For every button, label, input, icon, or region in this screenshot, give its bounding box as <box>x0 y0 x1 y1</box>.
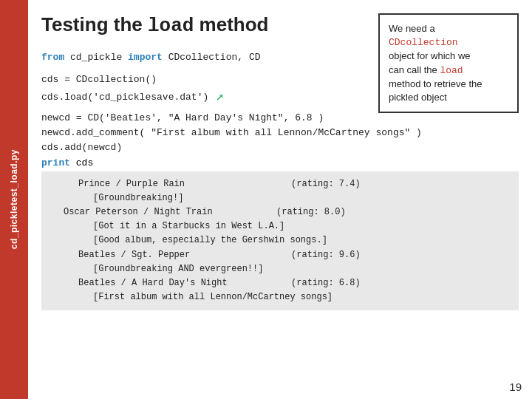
print-text: cds <box>70 157 93 168</box>
import-keyword: import <box>128 52 163 63</box>
callout-line6: pickled object <box>389 92 447 103</box>
callout-box: We need a CDcollection object for which … <box>378 13 519 113</box>
code-block-3: newcd = CD('Beatles', "A Hard Day's Nigh… <box>41 111 519 155</box>
code1-text: cd_pickle <box>64 52 128 63</box>
callout-load-code: load <box>440 65 463 76</box>
output-row: [First album with all Lennon/McCartney s… <box>49 290 511 304</box>
output-row: Beatles / A Hard Day's Night (rating: 6.… <box>49 276 511 290</box>
output-row: [Groundbreaking!] <box>49 191 511 205</box>
output-table: Prince / Purple Rain (rating: 7.4)[Groun… <box>41 171 519 311</box>
output-row: [Good album, especially the Gershwin son… <box>49 233 511 248</box>
print-keyword: print <box>41 157 70 168</box>
sidebar-label: cd_pickletest_load.py <box>9 149 19 249</box>
code3-line1: newcd = CD('Beatles', "A Hard Day's Nigh… <box>41 111 519 126</box>
main-content: Testing the load method We need a CDcoll… <box>28 0 532 399</box>
callout-line1: We need a <box>389 23 435 34</box>
output-row: [Got it in a Starbucks in West L.A.] <box>49 219 511 233</box>
title-code: load <box>148 15 194 37</box>
callout-line5: method to retrieve the <box>389 78 482 89</box>
arrow-icon: ↗ <box>216 87 224 108</box>
page-number: 19 <box>509 381 522 393</box>
callout-line3: object for which we <box>389 50 471 61</box>
output-row: [Groundbreaking AND evergreen!!] <box>49 262 511 276</box>
code3-line3: cds.add(newcd) <box>41 140 519 155</box>
output-row: Oscar Peterson / Night Train (rating: 8.… <box>49 205 511 219</box>
output-row: Beatles / Sgt. Pepper (rating: 9.6) <box>49 248 511 262</box>
output-row: Prince / Purple Rain (rating: 7.4) <box>49 177 511 191</box>
print-line: print cds <box>41 157 519 168</box>
sidebar: cd_pickletest_load.py <box>0 0 28 399</box>
code1-text2: CDcollection, CD <box>163 52 261 63</box>
callout-line4: can call the <box>389 64 440 75</box>
callout-code: CDcollection <box>389 37 458 48</box>
title-prefix: Testing the <box>41 13 148 35</box>
from-keyword: from <box>41 52 64 63</box>
title-suffix: method <box>194 13 268 35</box>
code3-line2: newcd.add_comment( "First album with all… <box>41 126 519 140</box>
